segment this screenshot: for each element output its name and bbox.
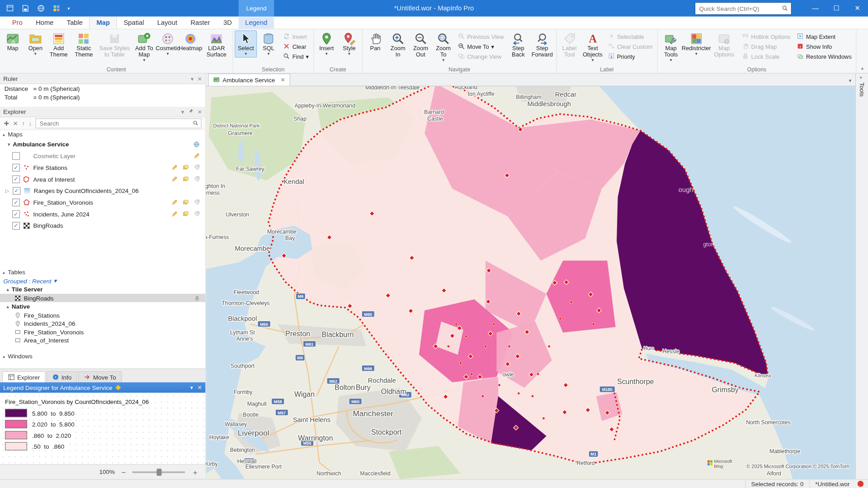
change-view-button[interactable]: Change View (455, 52, 506, 60)
pan-button[interactable]: Pan (364, 30, 387, 53)
section-tables[interactable]: ▴Tables (0, 267, 205, 277)
legend-entry[interactable]: .860 to 2.020 (5, 431, 200, 439)
invert-button[interactable]: Invert (280, 32, 311, 40)
maximize-button[interactable]: ☐ (826, 0, 847, 17)
layer-row-cosmetic-layer[interactable]: Cosmetic Layer (0, 150, 205, 162)
map-canvas[interactable]: M6M55M65M61M66M60M62M58M57M56M53M6M180M1… (206, 86, 855, 479)
map-tools-button[interactable]: Map Tools▼ (659, 30, 683, 63)
move-to-button[interactable]: Move To▾ (455, 42, 506, 50)
previous-view-button[interactable]: Previous View (455, 32, 506, 40)
layers-sm-icon[interactable] (182, 199, 189, 206)
show-info-button[interactable]: iShow Info (794, 42, 854, 50)
quick-search-input[interactable] (698, 5, 782, 12)
quick-search-box[interactable] (695, 2, 792, 15)
heatmap-button[interactable]: Heatmap (179, 30, 202, 53)
map-extent-button[interactable]: Map Extent (794, 32, 854, 40)
chevron-down-icon[interactable]: ▾ (181, 109, 184, 115)
table-row-area-of-interest[interactable]: Area_of_Interest (0, 336, 205, 344)
sql-button[interactable]: SQL▼ (258, 30, 280, 57)
map-tab-ambulance-service[interactable]: Ambulance Service ✕ (208, 74, 290, 86)
tools-strip-label[interactable]: Tools (859, 82, 865, 96)
legend-entry[interactable]: 2.020 to 5.800 (5, 420, 200, 428)
lock-scale-button[interactable]: Lock Scale (739, 52, 793, 60)
remove-icon[interactable]: ✕ (13, 120, 18, 126)
chevron-down-icon[interactable]: ▾ (191, 75, 193, 81)
tag-sm-icon[interactable] (193, 164, 200, 171)
open-button[interactable]: Open▼ (24, 30, 47, 57)
pencil-icon[interactable] (171, 164, 178, 171)
close-icon[interactable]: ✕ (198, 75, 202, 81)
clear-custom-button[interactable]: Clear Custom (605, 42, 656, 50)
priority-button[interactable]: 1Priority (605, 52, 656, 60)
restore-windows-button[interactable]: Restore Windows (794, 52, 854, 60)
table-row-incidents-2024-06[interactable]: Incidents_2024_06 (0, 319, 205, 328)
add-icon[interactable]: ✚ (4, 120, 9, 126)
open-table-icon[interactable] (37, 4, 46, 13)
close-icon[interactable]: ✕ (198, 385, 202, 390)
workspace-name-status[interactable]: *Untitled.wor (809, 480, 855, 488)
label-tool-button[interactable]: Label Tool (558, 30, 580, 59)
redistricter-button[interactable]: Redistricter▼ (683, 30, 709, 57)
table-group-tile-server[interactable]: ▴Tile Server (0, 285, 205, 294)
zoom-to-button[interactable]: Zoom To▼ (432, 30, 454, 63)
layer-row-incidents-june-2024[interactable]: ✓Incidents, June 2024 (0, 208, 205, 220)
zoom-in-button[interactable]: ＋ (192, 469, 199, 476)
zoom-out-button[interactable]: Zoom Out (410, 30, 432, 59)
pencil-icon[interactable] (171, 210, 178, 217)
explorer-search-box[interactable] (36, 118, 202, 128)
chevron-down-icon[interactable]: ▾ (190, 385, 193, 390)
layer-row-area-of-interest[interactable]: ✓Area of Interest (0, 173, 205, 185)
layer-row-fire-stations[interactable]: ✓Fire Stations (0, 162, 205, 174)
layer-row-bingroads[interactable]: ✓BingRoads (0, 220, 205, 231)
cosmetic-button[interactable]: Cosmetic▼ (157, 30, 179, 57)
zoom-out-button[interactable]: − (122, 469, 126, 476)
globe-settings-icon[interactable] (193, 141, 200, 148)
static-theme-button[interactable]: Static Theme (71, 30, 97, 59)
zoom-slider[interactable] (132, 471, 185, 473)
table-row-fire-station-voronois[interactable]: Fire_Station_Voronois (0, 328, 205, 336)
explorer-search-input[interactable] (38, 119, 193, 127)
grouped-recent-selector[interactable]: Grouped : Recent▾ (0, 277, 205, 285)
pencil-icon[interactable] (171, 175, 178, 183)
layer-checkbox[interactable]: ✓ (12, 221, 20, 229)
customize-toolbar-chevron-icon[interactable]: ▾ (67, 6, 70, 11)
tag-sm-icon[interactable] (193, 210, 200, 217)
tab-table[interactable]: Table (60, 17, 90, 29)
theme-icon[interactable] (52, 4, 61, 13)
tab-raster[interactable]: Raster (184, 17, 217, 29)
legend-entry[interactable]: 5.800 to 9.850 (5, 409, 200, 417)
hotlink-options-button[interactable]: Hotlink Options (739, 32, 793, 40)
map-options-button[interactable]: Map Options (710, 30, 738, 59)
selectable-button[interactable]: Selectable (605, 32, 656, 40)
select-button[interactable]: Select▼ (235, 30, 257, 57)
search-icon[interactable] (193, 118, 198, 128)
section-windows[interactable]: ▴Windows (0, 351, 205, 361)
move-down-icon[interactable]: ↓ (29, 120, 32, 126)
close-button[interactable]: ✕ (847, 0, 868, 17)
clear-button[interactable]: Clear (280, 42, 311, 50)
expand-icon[interactable]: ▷ (5, 188, 10, 193)
tab-legend[interactable]: Legend (239, 17, 274, 29)
layer-checkbox[interactable] (12, 152, 20, 160)
save-styles-to-table-button[interactable]: Save Styles to Table (97, 30, 132, 59)
pin-icon[interactable] (188, 108, 193, 115)
find-button[interactable]: Find▾ (280, 52, 311, 60)
legend-entry[interactable]: .50 to .860 (5, 442, 200, 450)
drag-map-button[interactable]: Drag Map (739, 42, 793, 50)
step-forward-button[interactable]: Step Forward (530, 30, 554, 59)
lidar-surface-button[interactable]: LiDAR Surface (202, 30, 231, 59)
new-map-icon[interactable] (5, 4, 14, 13)
tag-sm-icon[interactable] (193, 175, 200, 183)
tools-dock-strip[interactable]: ▾ Tools (855, 74, 868, 479)
table-group-native[interactable]: ▴Native (0, 302, 205, 311)
layers-sm-icon[interactable] (182, 210, 189, 217)
style-button[interactable]: Style▼ (338, 30, 360, 57)
layer-row-ranges-by-countofincidents-2024-06[interactable]: ▷✓Ranges by CountOfIncidents_2024_06 (0, 185, 205, 197)
insert-button[interactable]: Insert▼ (316, 30, 338, 57)
text-objects-button[interactable]: AText Objects▼ (581, 30, 604, 63)
zoom-in-button[interactable]: Zoom In (387, 30, 409, 59)
tab-spatial[interactable]: Spatial (117, 17, 151, 29)
chevron-down-icon[interactable]: ▾ (845, 78, 855, 86)
minimize-button[interactable]: — (805, 0, 826, 17)
layer-checkbox[interactable]: ✓ (12, 175, 20, 183)
